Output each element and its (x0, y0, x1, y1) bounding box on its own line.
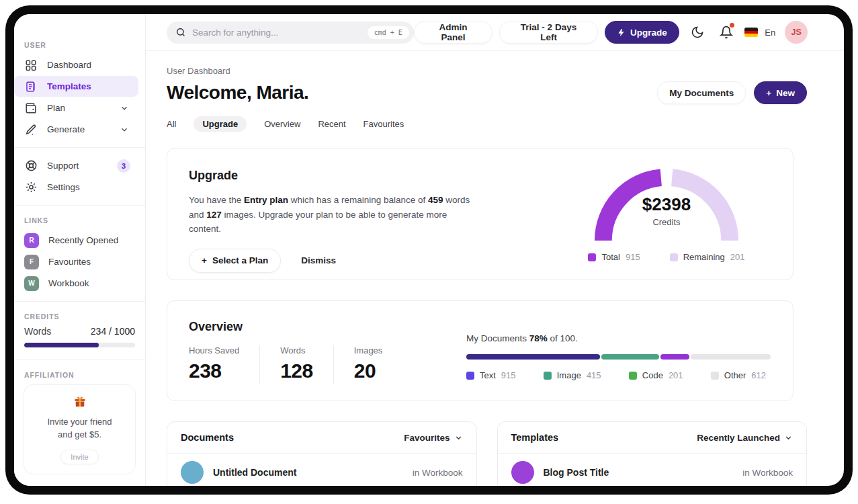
chevron-down-icon (120, 125, 129, 134)
document-title: Untitled Document (213, 467, 296, 478)
gauge-center-value: $2398 (589, 194, 744, 215)
chevron-down-icon (784, 433, 793, 442)
upgrade-card-title: Upgrade (189, 169, 571, 183)
plus-icon: + (766, 88, 771, 98)
legend-item-text: Text 915 (466, 370, 516, 380)
credits-type-label: Words (24, 326, 51, 337)
dark-mode-toggle[interactable] (686, 21, 709, 44)
tab-overview[interactable]: Overview (264, 116, 300, 132)
lifebuoy-icon (24, 159, 38, 173)
upgrade-card: Upgrade You have the Entry plan which ha… (167, 148, 793, 280)
templates-card-title: Templates (511, 432, 559, 443)
upgrade-button[interactable]: Upgrade (605, 21, 679, 44)
dashboard-grid-icon (24, 58, 38, 72)
sidebar-item-label: Support (47, 161, 79, 171)
document-avatar (181, 461, 204, 484)
templates-filter-dropdown[interactable]: Recently Launched (697, 433, 793, 443)
title-row: Welcome, Maria. My Documents + New (167, 81, 807, 104)
new-button[interactable]: + New (754, 81, 807, 104)
topbar-actions: Admin Panel Trial - 2 Days Left Upgrade (414, 21, 808, 44)
link-initial-badge: F (24, 255, 39, 269)
sidebar-section-user-label: USER (24, 41, 145, 49)
select-plan-button[interactable]: + Select a Plan (189, 249, 281, 273)
search-icon (175, 27, 186, 38)
overview-stats: Hours Saved 238 Words 128 Images 20 (189, 345, 382, 384)
sidebar-link-recently-opened[interactable]: R Recently Opened (14, 230, 138, 251)
gear-icon (24, 181, 38, 194)
documents-stacked-bar (466, 354, 770, 360)
tab-all[interactable]: All (167, 116, 176, 132)
link-initial-badge: W (24, 276, 39, 291)
moon-icon (691, 26, 704, 39)
documents-progress-section: My Documents 78% of 100. Text 915 (466, 320, 770, 401)
legend-swatch (629, 372, 637, 380)
search-input[interactable]: Search for anything... cmd + E (167, 22, 414, 44)
document-location: in Workbook (413, 468, 463, 478)
gauge-center-label: Credits (589, 217, 744, 227)
bar-segment-code (660, 354, 689, 360)
overview-card-title: Overview (189, 320, 382, 334)
tab-upgrade[interactable]: Upgrade (194, 116, 247, 132)
document-list-item[interactable]: Untitled Document in Workbook (167, 454, 476, 486)
admin-panel-button[interactable]: Admin Panel (414, 21, 492, 44)
credits-gauge-chart: $2398 Credits (589, 166, 744, 241)
credits-gauge-section: $2398 Credits Total 915 Remaining (571, 149, 793, 280)
sidebar-item-label: Templates (47, 81, 91, 91)
sidebar-item-settings[interactable]: Settings (14, 177, 138, 198)
dismiss-button[interactable]: Dismiss (301, 255, 336, 265)
german-flag-icon (744, 28, 758, 37)
support-count-badge: 3 (117, 159, 130, 173)
stat-images: Images 20 (354, 345, 383, 382)
sidebar-section-affiliation-label: AFFILIATION (24, 371, 145, 379)
my-documents-button[interactable]: My Documents (657, 81, 746, 104)
sidebar-item-label: Dashboard (47, 60, 91, 70)
documents-card-title: Documents (181, 432, 234, 443)
language-switcher[interactable]: En (744, 21, 775, 44)
link-initial-badge: R (24, 233, 39, 248)
chevron-down-icon (120, 103, 129, 113)
plus-icon: + (202, 255, 207, 265)
tab-recent[interactable]: Recent (318, 116, 345, 132)
sidebar-item-support[interactable]: Support 3 (14, 155, 138, 176)
sidebar-item-generate[interactable]: Generate (14, 119, 138, 140)
legend-swatch (544, 372, 552, 380)
legend-swatch (466, 372, 474, 380)
sidebar-item-plan[interactable]: Plan (14, 97, 138, 118)
overview-card: Overview Hours Saved 238 Words 128 (167, 300, 793, 401)
sidebar-link-workbook[interactable]: W Workbook (14, 273, 138, 294)
template-list-item[interactable]: Blog Post Title in Workbook (498, 454, 807, 486)
legend-swatch (588, 253, 596, 261)
legend-swatch (670, 253, 678, 261)
trial-status-button[interactable]: Trial - 2 Days Left (499, 21, 598, 44)
language-label: En (765, 28, 775, 38)
documents-bar-legend: Text 915 Image 415 Code 201 (466, 370, 770, 380)
page-title: Welcome, Maria. (167, 82, 308, 103)
invite-button[interactable]: Invite (60, 450, 98, 464)
main-area: Search for anything... cmd + E Admin Pan… (146, 14, 844, 486)
notifications-button[interactable] (716, 21, 738, 44)
documents-filter-dropdown[interactable]: Favourites (404, 433, 462, 443)
user-avatar[interactable]: JS (785, 21, 808, 44)
search-shortcut-badge: cmd + E (368, 26, 409, 39)
sidebar-section-links-label: LINKS (24, 216, 145, 224)
credits-progress-fill (24, 343, 99, 347)
legend-item-code: Code 201 (629, 370, 683, 380)
template-location: in Workbook (742, 468, 793, 478)
credits-row: Words 234 / 1000 (14, 326, 145, 337)
sidebar-item-dashboard[interactable]: Dashboard (14, 54, 138, 75)
credits-value: 234 / 1000 (91, 326, 135, 337)
bar-segment-text (466, 354, 600, 360)
stat-hours-saved: Hours Saved 238 (189, 345, 239, 382)
sidebar: USER Dashboard Templates Plan (14, 14, 146, 486)
gift-icon (73, 394, 87, 408)
legend-item-other: Other 612 (711, 370, 766, 380)
breadcrumb: User Dashboard (167, 66, 807, 76)
sidebar-divider (14, 301, 145, 302)
sidebar-link-favourites[interactable]: F Favourites (14, 251, 138, 272)
affiliation-text: Invite your friend and get $5. (31, 416, 128, 442)
legend-item-image: Image 415 (544, 370, 601, 380)
stat-divider (333, 345, 334, 384)
sidebar-item-templates[interactable]: Templates (14, 76, 138, 97)
tab-favourites[interactable]: Favourites (363, 116, 404, 132)
search-placeholder: Search for anything... (192, 28, 361, 38)
